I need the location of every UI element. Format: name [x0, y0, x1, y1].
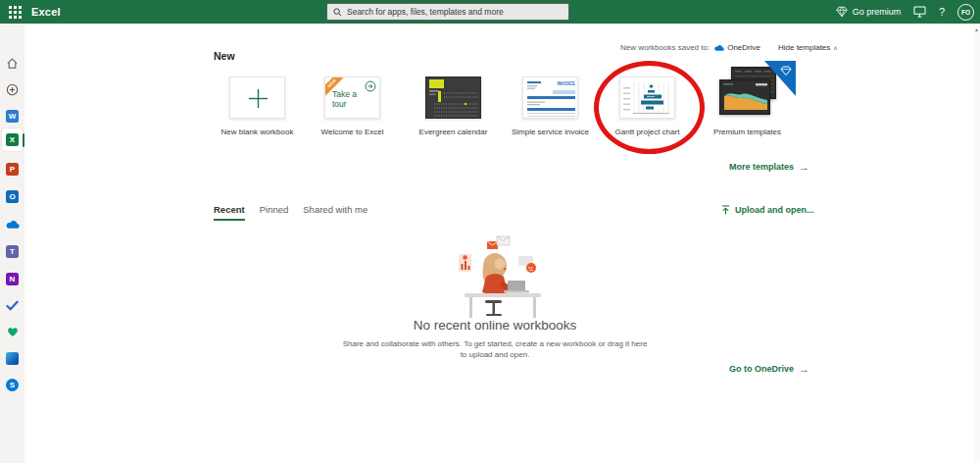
premium-front-sheet	[719, 79, 770, 115]
onenote-icon: N	[6, 273, 19, 285]
more-templates-link[interactable]: More templates →	[729, 161, 809, 173]
sidebar-item-todo[interactable]	[2, 295, 23, 316]
template-label: Premium templates	[713, 128, 781, 136]
template-card-evergreen-calendar[interactable]: Evergreen calendar	[425, 77, 481, 119]
empty-state-description: Share and collaborate with others. To ge…	[201, 338, 789, 360]
upload-icon	[721, 205, 730, 215]
invoice-thumbnail: INVOICE	[522, 77, 578, 119]
saved-to-location[interactable]: OneDrive	[727, 43, 760, 52]
skype-icon: S	[6, 379, 19, 391]
template-label: Welcome to Excel	[321, 128, 384, 136]
tab-shared-with-me[interactable]: Shared with me	[303, 204, 368, 221]
sidebar-item-excel[interactable]: X	[2, 129, 23, 151]
app-launcher-icon[interactable]	[9, 6, 22, 19]
sidebar-item-home[interactable]	[2, 53, 23, 74]
gantt-thumbnail	[619, 77, 675, 119]
excel-icon: X	[6, 133, 19, 146]
sidebar-item-family-safety[interactable]	[2, 322, 23, 342]
plus-circle-icon	[6, 83, 19, 96]
template-label: New blank workbook	[221, 128, 294, 136]
search-placeholder: Search for apps, files, templates and mo…	[347, 7, 504, 17]
scroll-up-icon: ▲	[974, 26, 979, 32]
premium-thumbnail	[719, 77, 775, 119]
go-to-onedrive-link[interactable]: Go to OneDrive →	[729, 363, 809, 375]
get-the-app-icon[interactable]	[913, 6, 926, 18]
sidebar-item-microsoft365[interactable]	[2, 348, 23, 369]
sidebar-item-powerpoint[interactable]: P	[2, 159, 23, 180]
sidebar-item-word[interactable]: W	[2, 106, 23, 127]
teams-icon: T	[6, 245, 19, 258]
take-a-tour-text: Take a tour	[332, 90, 364, 109]
app-sidebar: W X P O T N S	[0, 24, 24, 463]
go-premium-button[interactable]: Go premium	[836, 6, 902, 18]
template-card-premium-templates[interactable]: Premium templates	[719, 77, 775, 119]
workbooks-tabs: Recent Pinned Shared with me	[214, 204, 368, 221]
tab-pinned[interactable]: Pinned	[260, 204, 289, 221]
template-label: Evergreen calendar	[419, 128, 488, 136]
search-input[interactable]: Search for apps, files, templates and mo…	[326, 3, 569, 21]
template-label: Gantt project chart	[615, 128, 680, 136]
app-header: Excel Search for apps, files, templates …	[0, 0, 980, 24]
calendar-thumbnail	[425, 77, 481, 119]
tab-recent[interactable]: Recent	[214, 204, 245, 221]
sidebar-item-onenote[interactable]: N	[2, 269, 23, 289]
sidebar-item-outlook[interactable]: O	[2, 186, 23, 207]
app-title: Excel	[31, 0, 61, 24]
todo-check-icon	[6, 300, 19, 311]
sidebar-item-create[interactable]	[2, 79, 23, 100]
arrow-circle-icon	[365, 80, 376, 92]
template-card-welcome-to-excel[interactable]: NEW Take a tour Welcome to Excel	[324, 77, 380, 119]
sidebar-item-onedrive[interactable]	[2, 214, 23, 234]
excel-start-page: Excel Search for apps, files, templates …	[0, 0, 980, 463]
template-card-new-blank-workbook[interactable]: New blank workbook	[229, 77, 285, 119]
search-icon	[333, 8, 342, 17]
powerpoint-icon: P	[6, 163, 19, 176]
help-button[interactable]: ?	[939, 6, 945, 18]
blank-workbook-thumbnail	[229, 77, 285, 119]
plus-icon	[230, 77, 285, 119]
active-app-indicator	[23, 133, 25, 147]
template-card-simple-service-invoice[interactable]: INVOICE Simple service invoice	[522, 77, 578, 119]
sidebar-item-skype[interactable]: S	[2, 375, 23, 395]
account-avatar[interactable]: FO	[957, 4, 974, 21]
saved-to-label: New workbooks saved to:	[620, 43, 710, 52]
onedrive-icon	[713, 44, 724, 52]
word-icon: W	[6, 110, 19, 123]
welcome-thumbnail: NEW Take a tour	[324, 77, 380, 119]
empty-state: No recent online workbooks Share and col…	[201, 232, 789, 360]
saved-to-row: New workbooks saved to: OneDrive Hide te…	[620, 43, 838, 52]
template-card-gantt-project-chart[interactable]: Gantt project chart	[619, 77, 675, 119]
arrow-right-icon: →	[799, 161, 809, 173]
empty-state-title: No recent online workbooks	[201, 318, 789, 333]
microsoft365-icon	[6, 352, 19, 365]
chevron-up-icon: ∧	[833, 44, 837, 51]
outlook-icon: O	[6, 190, 19, 203]
empty-state-illustration	[441, 233, 549, 320]
premium-diamond-icon	[836, 6, 848, 18]
invoice-title: INVOICE	[557, 81, 575, 86]
upload-and-open-link[interactable]: Upload and open...	[721, 205, 814, 215]
hide-templates-button[interactable]: Hide templates ∧	[778, 43, 838, 52]
home-icon	[6, 57, 19, 70]
onedrive-icon	[5, 220, 20, 230]
sidebar-item-teams[interactable]: T	[2, 241, 23, 262]
new-section-heading: New	[214, 50, 235, 62]
arrow-right-icon: →	[799, 363, 809, 375]
premium-pennant-icon	[764, 61, 796, 96]
heart-icon	[7, 327, 19, 337]
scrollbar[interactable]: ▲	[973, 24, 980, 463]
template-label: Simple service invoice	[512, 128, 589, 136]
